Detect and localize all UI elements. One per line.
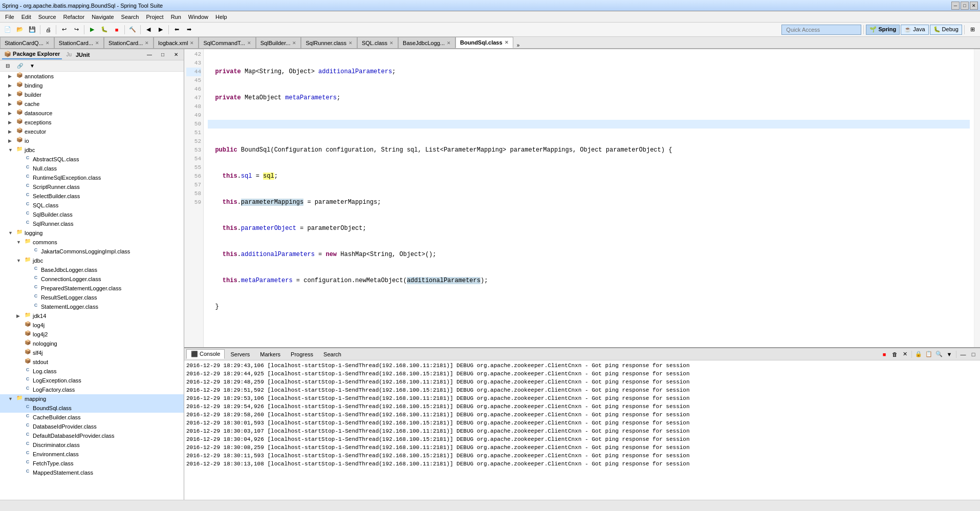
tree-item-runtimesql[interactable]: C RuntimeSqlException.class [0, 173, 184, 182]
menu-edit[interactable]: Edit [18, 13, 34, 21]
link-with-editor-button[interactable]: 🔗 [14, 60, 26, 72]
minimize-button[interactable]: ─ [951, 2, 960, 10]
close-icon[interactable]: ✕ [349, 40, 353, 46]
console-copy-button[interactable]: 📋 [924, 350, 933, 359]
stop-button[interactable]: ■ [111, 24, 122, 35]
menu-navigate[interactable]: Navigate [89, 13, 117, 21]
tree-item-cache[interactable]: ▶ 📦 cache [0, 99, 184, 109]
tree-item-discriminator[interactable]: C Discriminator.class [0, 440, 184, 450]
menu-refactor[interactable]: Refactor [60, 13, 88, 21]
tree-item-commons[interactable]: ▼ 📁 commons [0, 238, 184, 247]
redo-button[interactable]: ↪ [71, 24, 82, 35]
run-button[interactable]: ▶ [86, 24, 98, 35]
tree-item-executor[interactable]: ▶ 📦 executor [0, 127, 184, 136]
tree-item-mappedstatement[interactable]: C MappedStatement.class [0, 468, 184, 477]
more-tabs-button[interactable]: » [513, 42, 524, 48]
tree-item-connectionlogger[interactable]: C ConnectionLogger.class [0, 274, 184, 284]
tree-item-scriptrunner[interactable]: C ScriptRunner.class [0, 182, 184, 191]
tree-item-logexception[interactable]: C LogException.class [0, 376, 184, 385]
console-options-button[interactable]: ▼ [945, 350, 954, 359]
tree-item-nologging[interactable]: 📦 nologging [0, 339, 184, 348]
tree-item-log4j[interactable]: 📦 log4j [0, 321, 184, 330]
tree-item-environment[interactable]: C Environment.class [0, 450, 184, 459]
menu-search[interactable]: Search [118, 13, 142, 21]
perspective-debug[interactable]: 🐛 Debug [930, 25, 962, 35]
close-icon[interactable]: ✕ [95, 40, 99, 46]
console-scroll-lock-button[interactable]: 🔒 [914, 350, 923, 359]
tab-stationcard1[interactable]: StationCard... ✕ [54, 37, 104, 48]
tab-stationcardq[interactable]: StationCardQ... ✕ [0, 37, 54, 48]
console-output[interactable]: 2016-12-29 18:29:43,106 [localhost-start… [184, 360, 980, 511]
open-perspective-button[interactable]: ⊞ [967, 24, 978, 35]
tree-item-log-class[interactable]: C Log.class [0, 367, 184, 376]
close-button[interactable]: ✕ [970, 2, 978, 10]
tab-stationcard2[interactable]: StationCard... ✕ [104, 37, 154, 48]
menu-project[interactable]: Project [143, 13, 166, 21]
menu-source[interactable]: Source [35, 13, 59, 21]
print-button[interactable]: 🖨 [42, 24, 54, 35]
tree-item-null[interactable]: C Null.class [0, 164, 184, 173]
maximize-view-button[interactable]: □ [157, 49, 168, 60]
menu-help[interactable]: Help [212, 13, 230, 21]
build-button[interactable]: 🔨 [127, 24, 138, 35]
tree-item-stdout[interactable]: 📦 stdout [0, 357, 184, 367]
tree-item-preparedstatement[interactable]: C PreparedStatementLogger.class [0, 284, 184, 293]
tab-boundsql[interactable]: BoundSql.class ✕ [455, 37, 513, 48]
tree-item-exceptions[interactable]: ▶ 📦 exceptions [0, 118, 184, 127]
tree-item-mapping[interactable]: ▼ 📁 mapping [0, 394, 184, 403]
prev-edit-button[interactable]: ⬅ [171, 24, 182, 35]
tree-item-logfactory[interactable]: C LogFactory.class [0, 385, 184, 394]
close-icon[interactable]: ✕ [389, 40, 394, 46]
tree-item-resultsetlogger[interactable]: C ResultSetLogger.class [0, 293, 184, 302]
tree-item-databaseidprovider[interactable]: C DatabaseIdProvider.class [0, 422, 184, 431]
bottom-tab-console[interactable]: ⬛ Console [186, 349, 225, 359]
tree-item-defaultdatabaseid[interactable]: C DefaultDatabaseIdProvider.class [0, 431, 184, 440]
close-view-button[interactable]: ✕ [170, 49, 182, 60]
bottom-tab-search[interactable]: Search [319, 350, 346, 359]
code-content[interactable]: private Map<String, Object> additionalPa… [204, 49, 974, 347]
tree-item-selectbuilder[interactable]: C SelectBuilder.class [0, 191, 184, 201]
minimize-view-button[interactable]: — [144, 49, 155, 60]
tree-item-boundsql[interactable]: C BoundSql.class [0, 403, 184, 413]
package-tree[interactable]: ▶ 📦 annotations ▶ 📦 binding ▶ 📦 builder [0, 72, 184, 511]
console-close-button[interactable]: ✕ [900, 350, 909, 359]
tree-item-sqlbuilder[interactable]: C SqlBuilder.class [0, 210, 184, 219]
undo-button[interactable]: ↩ [58, 24, 70, 35]
perspective-java[interactable]: ☕ Java [901, 25, 928, 35]
tree-item-slf4j[interactable]: 📦 slf4j [0, 348, 184, 357]
tree-item-cachebuilder[interactable]: C CacheBuilder.class [0, 413, 184, 422]
bottom-tab-markers[interactable]: Markers [255, 350, 285, 359]
tree-item-basejdbc[interactable]: C BaseJdbcLogger.class [0, 265, 184, 274]
console-filter-button[interactable]: 🔍 [934, 350, 944, 359]
bottom-tab-progress[interactable]: Progress [286, 350, 318, 359]
save-button[interactable]: 💾 [27, 24, 38, 35]
tree-item-fetchtype[interactable]: C FetchType.class [0, 459, 184, 468]
code-editor[interactable]: 42 43 44 45 46 47 48 49 50 51 52 53 54 5… [184, 49, 980, 347]
back-button[interactable]: ◀ [143, 24, 154, 35]
bottom-tab-servers[interactable]: Servers [226, 350, 254, 359]
console-clear-button[interactable]: 🗑 [890, 350, 899, 359]
tree-item-jakartacommons[interactable]: C JakartaCommonsLoggingImpl.class [0, 247, 184, 256]
close-icon[interactable]: ✕ [505, 40, 509, 45]
next-edit-button[interactable]: ➡ [183, 24, 194, 35]
menu-file[interactable]: File [2, 13, 17, 21]
panel-tab-package-explorer[interactable]: 📦 Package Explorer [2, 50, 62, 59]
tree-item-annotations[interactable]: ▶ 📦 annotations [0, 72, 184, 81]
console-maximize-button[interactable]: □ [969, 350, 978, 359]
tree-item-builder[interactable]: ▶ 📦 builder [0, 90, 184, 99]
tab-sqlbuilder[interactable]: SqlBuilder... ✕ [256, 37, 301, 48]
tab-sqlrunner[interactable]: SqlRunner.class ✕ [301, 37, 357, 48]
tab-sqlcommand[interactable]: SqlCommandT... ✕ [199, 37, 255, 48]
tab-sql[interactable]: SQL.class ✕ [357, 37, 398, 48]
tree-item-sqlrunner[interactable]: C SqlRunner.class [0, 219, 184, 228]
panel-tab-junit[interactable]: JUnit [74, 51, 92, 59]
tab-basejdbc[interactable]: BaseJdbcLogg... ✕ [398, 37, 455, 48]
console-minimize-button[interactable]: — [959, 350, 968, 359]
tree-menu-button[interactable]: ▼ [27, 60, 38, 72]
tree-item-logging-jdbc[interactable]: ▼ 📁 jdbc [0, 256, 184, 265]
tree-item-io[interactable]: ▶ 📦 io [0, 136, 184, 145]
tree-item-jdk14[interactable]: ▶ 📁 jdk14 [0, 311, 184, 321]
tree-item-log4j2[interactable]: 📦 log4j2 [0, 330, 184, 339]
debug-button[interactable]: 🐛 [99, 24, 110, 35]
maximize-button[interactable]: □ [961, 2, 969, 10]
